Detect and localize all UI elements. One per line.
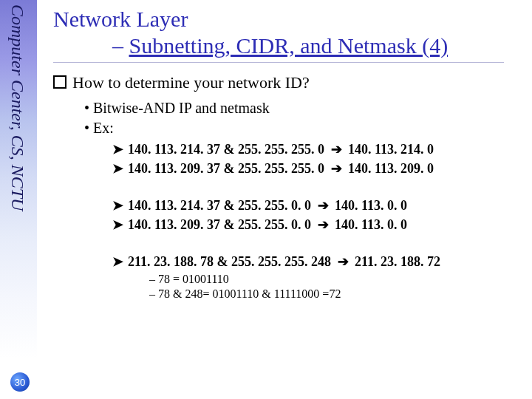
example-group-1: ➤140. 113. 214. 37 & 255. 255. 255. 0 ➔ … xyxy=(112,141,517,177)
example-rhs: 140. 113. 214. 0 xyxy=(348,142,434,157)
arrow-icon: ➔ xyxy=(318,217,329,232)
group-gap xyxy=(53,236,517,249)
binary-line: 78 & 248= 01001110 & 11111000 =72 xyxy=(149,287,517,301)
example-rhs: 140. 113. 0. 0 xyxy=(335,217,407,232)
triangle-bullet-icon: ➤ xyxy=(112,217,123,232)
content-area: Network Layer – Subnetting, CIDR, and Ne… xyxy=(53,6,517,302)
binary-explanation-list: 78 = 01001110 78 & 248= 01001110 & 11111… xyxy=(149,273,517,301)
question-line: How to determine your network ID? xyxy=(53,73,517,92)
example-row: ➤140. 113. 209. 37 & 255. 255. 255. 0 ➔ … xyxy=(112,160,517,177)
example-lhs: 140. 113. 214. 37 & 255. 255. 0. 0 xyxy=(128,198,311,213)
square-bullet-icon xyxy=(53,75,66,89)
example-rhs: 211. 23. 188. 72 xyxy=(355,254,440,269)
example-row: ➤140. 113. 214. 37 & 255. 255. 255. 0 ➔ … xyxy=(112,141,517,157)
example-lhs: 140. 113. 209. 37 & 255. 255. 255. 0 xyxy=(128,161,324,176)
method-item: Bitwise-AND IP and netmask xyxy=(84,100,517,117)
example-rhs: 140. 113. 209. 0 xyxy=(348,161,434,176)
slide-root: Computer Center, CS, NCTU 30 Network Lay… xyxy=(0,0,532,399)
example-row: ➤211. 23. 188. 78 & 255. 255. 255. 248 ➔… xyxy=(112,253,517,270)
example-lhs: 140. 113. 214. 37 & 255. 255. 255. 0 xyxy=(128,142,324,157)
triangle-bullet-icon: ➤ xyxy=(112,142,123,157)
title-line1: Network Layer xyxy=(53,6,517,33)
arrow-icon: ➔ xyxy=(331,161,342,176)
title-dash: – xyxy=(112,33,123,58)
example-row: ➤140. 113. 209. 37 & 255. 255. 0. 0 ➔ 14… xyxy=(112,216,517,233)
title-underline-rule xyxy=(53,62,504,63)
method-list: Bitwise-AND IP and netmask Ex: xyxy=(84,100,517,137)
example-group-3: ➤211. 23. 188. 78 & 255. 255. 255. 248 ➔… xyxy=(112,253,517,270)
sidebar-title: Computer Center, CS, NCTU xyxy=(0,0,27,211)
title-line2: – Subnetting, CIDR, and Netmask (4) xyxy=(53,33,517,59)
binary-line: 78 = 01001110 xyxy=(149,273,517,286)
example-group-2: ➤140. 113. 214. 37 & 255. 255. 0. 0 ➔ 14… xyxy=(112,197,517,233)
example-rhs: 140. 113. 0. 0 xyxy=(335,198,407,213)
page-number-badge: 30 xyxy=(10,372,30,392)
arrow-icon: ➔ xyxy=(318,198,329,213)
example-row: ➤140. 113. 214. 37 & 255. 255. 0. 0 ➔ 14… xyxy=(112,197,517,214)
example-lhs: 211. 23. 188. 78 & 255. 255. 255. 248 xyxy=(128,254,331,269)
method-item: Ex: xyxy=(84,120,517,137)
triangle-bullet-icon: ➤ xyxy=(112,161,123,176)
arrow-icon: ➔ xyxy=(338,254,349,269)
arrow-icon: ➔ xyxy=(331,142,342,157)
group-gap xyxy=(53,180,517,193)
triangle-bullet-icon: ➤ xyxy=(112,198,123,213)
triangle-bullet-icon: ➤ xyxy=(112,254,123,269)
title-subtitle: Subnetting, CIDR, and Netmask (4) xyxy=(129,33,449,58)
sidebar-gradient: Computer Center, CS, NCTU 30 xyxy=(0,0,37,399)
question-text: How to determine your network ID? xyxy=(72,73,310,92)
example-lhs: 140. 113. 209. 37 & 255. 255. 0. 0 xyxy=(128,217,311,232)
